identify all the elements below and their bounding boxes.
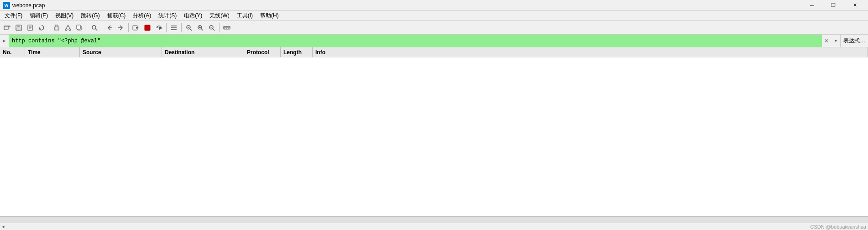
col-header-length[interactable]: Length (281, 47, 313, 57)
toolbar-sep-4 (128, 23, 129, 32)
toolbar-sep-3 (102, 23, 102, 32)
copy-icon (76, 24, 83, 31)
filter-arrow-icon: ▸ (3, 38, 6, 44)
menu-file[interactable]: 文件(F) (1, 11, 26, 21)
filter-dropdown-button[interactable]: ▾ (831, 35, 840, 47)
menu-stats[interactable]: 统计(S) (155, 11, 180, 21)
restart-capture-button[interactable] (153, 22, 164, 33)
svg-text:=: = (210, 26, 212, 29)
scrollbar-area (0, 216, 868, 223)
toolbar-sep-6 (181, 23, 182, 32)
close-file-button[interactable] (25, 22, 36, 33)
menu-bar: 文件(F) 编辑(E) 视图(V) 跳转(G) 捕获(C) 分析(A) 统计(S… (0, 11, 868, 21)
packet-list-header: No. Time Source Destination Protocol Len… (0, 47, 868, 57)
cut-button[interactable] (63, 22, 73, 33)
menu-view[interactable]: 视图(V) (52, 11, 77, 21)
filter-icon: ▸ (0, 35, 9, 47)
svg-rect-3 (16, 28, 21, 30)
menu-phone[interactable]: 电话(Y) (180, 11, 206, 21)
toolbar-sep-2 (87, 23, 87, 32)
toolbar: = (0, 21, 868, 35)
ruler-button[interactable] (221, 22, 232, 33)
close-button[interactable]: ✕ (844, 0, 865, 11)
stop-capture-button[interactable] (142, 22, 153, 33)
start-capture-button[interactable] (131, 22, 141, 33)
minimize-button[interactable]: ─ (801, 0, 822, 11)
col-header-source[interactable]: Source (80, 47, 162, 57)
svg-line-35 (213, 29, 214, 31)
col-header-destination[interactable]: Destination (162, 47, 244, 57)
svg-line-13 (66, 25, 68, 29)
menu-capture[interactable]: 捕获(C) (104, 11, 130, 21)
window-controls: ─ ❐ ✕ (801, 0, 865, 11)
back-button[interactable] (104, 22, 115, 33)
title-bar: W webone.pcap ─ ❐ ✕ (0, 0, 868, 11)
horizontal-scrollbar[interactable] (0, 217, 868, 223)
save-icon (15, 24, 22, 31)
reload-button[interactable] (36, 22, 47, 33)
app-icon-label: W (5, 3, 9, 8)
print-button[interactable] (51, 22, 62, 33)
filter-bar: ▸ ✕ ▾ 表达式… (0, 35, 868, 47)
restart-icon (155, 24, 162, 31)
zoom-out-button[interactable] (183, 22, 194, 33)
svg-point-11 (65, 29, 67, 31)
menu-help[interactable]: 帮助(H) (256, 11, 282, 21)
svg-point-12 (69, 29, 71, 31)
reload-icon (38, 24, 45, 31)
menu-analyze[interactable]: 分析(A) (129, 11, 155, 21)
find-icon (91, 24, 98, 31)
zoom-in-icon (197, 24, 204, 31)
zoom-reset-button[interactable]: = (206, 22, 217, 33)
toolbar-sep-1 (49, 23, 49, 32)
forward-button[interactable] (115, 22, 126, 33)
menu-jump[interactable]: 跳转(G) (77, 11, 103, 21)
zoom-in-button[interactable] (195, 22, 206, 33)
filter-input[interactable] (9, 35, 822, 47)
svg-line-28 (190, 29, 192, 31)
open-icon (4, 24, 11, 31)
close-file-icon (26, 24, 34, 31)
svg-line-14 (68, 25, 70, 29)
filter-clear-button[interactable]: ✕ (822, 35, 831, 47)
back-icon (106, 24, 113, 31)
watermark: CSDN @boboaiwanshua (810, 224, 866, 230)
restore-button[interactable]: ❐ (823, 0, 844, 11)
packet-list-body[interactable] (0, 57, 868, 216)
svg-line-18 (95, 29, 97, 31)
filter-actions: ✕ ▾ (822, 35, 840, 47)
svg-line-31 (201, 29, 203, 31)
start-icon (132, 24, 140, 31)
open-button[interactable] (2, 22, 13, 33)
find-button[interactable] (89, 22, 100, 33)
scroll-button[interactable] (168, 22, 179, 33)
menu-tools[interactable]: 工具(I) (233, 11, 256, 21)
copy-button[interactable] (74, 22, 85, 33)
window-title: webone.pcap (12, 2, 801, 9)
svg-rect-16 (77, 25, 80, 29)
zoom-reset-icon: = (208, 24, 215, 31)
bottom-bar: ◂ CSDN @boboaiwanshua (0, 223, 868, 230)
cut-icon (64, 24, 72, 31)
toolbar-sep-7 (219, 23, 220, 32)
svg-point-17 (92, 26, 96, 29)
svg-rect-10 (55, 28, 58, 30)
svg-rect-22 (145, 25, 150, 31)
filter-expression-label[interactable]: 表达式… (840, 35, 868, 47)
forward-icon (117, 24, 125, 31)
col-header-no[interactable]: No. (0, 47, 25, 57)
col-header-protocol[interactable]: Protocol (244, 47, 281, 57)
svg-rect-2 (17, 25, 20, 27)
scroll-icon (170, 24, 178, 31)
svg-rect-0 (4, 26, 8, 30)
col-header-time[interactable]: Time (25, 47, 80, 57)
app-icon: W (3, 2, 10, 9)
stop-icon (144, 24, 151, 31)
menu-wireless[interactable]: 无线(W) (206, 11, 233, 21)
svg-rect-23 (159, 27, 162, 29)
scroll-indicator: ◂ (2, 224, 5, 230)
ruler-icon (223, 24, 230, 31)
menu-edit[interactable]: 编辑(E) (26, 11, 52, 21)
save-button[interactable] (13, 22, 24, 33)
col-header-info[interactable]: Info (313, 47, 868, 57)
